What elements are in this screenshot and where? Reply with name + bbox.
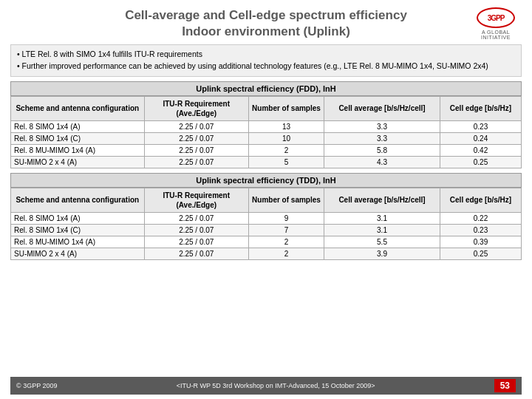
tdd-cell-0-4: 0.22 [440,212,522,224]
fdd-cell-1-4: 0.24 [440,132,522,144]
fdd-cell-2-1: 2.25 / 0.07 [144,144,248,156]
fdd-header-edge: Cell edge [b/s/Hz] [440,96,522,120]
table-row: Rel. 8 SIMO 1x4 (C)2.25 / 0.0773.10.23 [11,224,522,236]
fdd-cell-3-4: 0.25 [440,156,522,168]
tdd-cell-0-3: 3.1 [324,212,440,224]
table-row: SU-MIMO 2 x 4 (A)2.25 / 0.0754.30.25 [11,156,522,168]
tdd-section: Uplink spectral efficiency (TDD), InH Sc… [10,173,522,260]
title-line1: Cell-average and Cell-edge spectrum effi… [125,8,407,22]
tdd-cell-1-4: 0.23 [440,224,522,236]
header: Cell-average and Cell-edge spectrum effi… [10,7,522,40]
fdd-cell-2-0: Rel. 8 MU-MIMO 1x4 (A) [11,144,145,156]
bullet-1: • LTE Rel. 8 with SIMO 1x4 fulfills ITU-… [17,49,515,61]
table-row: SU-MIMO 2 x 4 (A)2.25 / 0.0723.90.25 [11,248,522,259]
fdd-cell-0-4: 0.23 [440,120,522,132]
fdd-header-avg: Cell average [b/s/Hz/cell] [324,96,440,120]
logo-subtitle: A GLOBAL INITIATIVE [470,30,522,40]
bullet-box: • LTE Rel. 8 with SIMO 1x4 fulfills ITU-… [10,44,522,77]
footer-event: <ITU-R WP 5D 3rd Workshop on IMT-Advance… [177,382,375,389]
tdd-cell-3-4: 0.25 [440,248,522,259]
tdd-cell-3-0: SU-MIMO 2 x 4 (A) [11,248,145,259]
footer: © 3GPP 2009 <ITU-R WP 5D 3rd Workshop on… [10,377,522,395]
fdd-header-scheme: Scheme and antenna configuration [11,96,145,120]
fdd-cell-1-3: 3.3 [324,132,440,144]
tdd-cell-3-1: 2.25 / 0.07 [144,248,248,259]
tdd-cell-1-3: 3.1 [324,224,440,236]
title-line2: Indoor environment (Uplink) [182,24,350,38]
tdd-header-edge: Cell edge [b/s/Hz] [440,188,522,212]
bullet-2: • Further improved performance can be ac… [17,61,515,72]
fdd-cell-2-4: 0.42 [440,144,522,156]
fdd-cell-0-0: Rel. 8 SIMO 1x4 (A) [11,120,145,132]
tdd-cell-1-2: 7 [248,224,324,236]
tdd-cell-2-3: 5.5 [324,236,440,248]
fdd-cell-0-1: 2.25 / 0.07 [144,120,248,132]
footer-copyright: © 3GPP 2009 [16,382,58,389]
tdd-cell-3-3: 3.9 [324,248,440,259]
fdd-cell-2-2: 2 [248,144,324,156]
fdd-section: Uplink spectral efficiency (FDD), InH Sc… [10,81,522,168]
table-row: Rel. 8 SIMO 1x4 (C)2.25 / 0.07103.30.24 [11,132,522,144]
fdd-cell-0-2: 13 [248,120,324,132]
tdd-cell-2-2: 2 [248,236,324,248]
fdd-cell-0-3: 3.3 [324,120,440,132]
tdd-cell-0-2: 9 [248,212,324,224]
fdd-cell-3-0: SU-MIMO 2 x 4 (A) [11,156,145,168]
fdd-table-title: Uplink spectral efficiency (FDD), InH [10,81,522,96]
fdd-cell-3-2: 5 [248,156,324,168]
table-row: Rel. 8 SIMO 1x4 (A)2.25 / 0.0793.10.22 [11,212,522,224]
table-row: Rel. 8 MU-MIMO 1x4 (A)2.25 / 0.0725.80.4… [11,144,522,156]
tdd-cell-2-4: 0.39 [440,236,522,248]
tdd-header-scheme: Scheme and antenna configuration [11,188,145,212]
tdd-table-title: Uplink spectral efficiency (TDD), InH [10,173,522,188]
tdd-header-samples: Number of samples [248,188,324,212]
fdd-header-samples: Number of samples [248,96,324,120]
tdd-cell-0-1: 2.25 / 0.07 [144,212,248,224]
tdd-cell-1-1: 2.25 / 0.07 [144,224,248,236]
tdd-header-avg: Cell average [b/s/Hz/cell] [324,188,440,212]
logo-circle: 3GPP [477,7,515,28]
fdd-cell-3-3: 4.3 [324,156,440,168]
fdd-cell-1-1: 2.25 / 0.07 [144,132,248,144]
table-row: Rel. 8 MU-MIMO 1x4 (A)2.25 / 0.0725.50.3… [11,236,522,248]
logo-text: 3GPP [488,14,505,22]
logo: 3GPP A GLOBAL INITIATIVE [470,7,522,40]
table-row: Rel. 8 SIMO 1x4 (A)2.25 / 0.07133.30.23 [11,120,522,132]
fdd-cell-2-3: 5.8 [324,144,440,156]
page: Cell-average and Cell-edge spectrum effi… [0,0,532,399]
fdd-cell-3-1: 2.25 / 0.07 [144,156,248,168]
fdd-table: Scheme and antenna configuration ITU-R R… [10,96,522,168]
footer-page-number: 53 [494,379,516,392]
tdd-cell-0-0: Rel. 8 SIMO 1x4 (A) [11,212,145,224]
tdd-cell-3-2: 2 [248,248,324,259]
tdd-cell-2-0: Rel. 8 MU-MIMO 1x4 (A) [11,236,145,248]
fdd-header-itu: ITU-R Requirement (Ave./Edge) [144,96,248,120]
tdd-header-itu: ITU-R Requirement (Ave./Edge) [144,188,248,212]
fdd-cell-1-2: 10 [248,132,324,144]
tdd-cell-2-1: 2.25 / 0.07 [144,236,248,248]
fdd-cell-1-0: Rel. 8 SIMO 1x4 (C) [11,132,145,144]
tdd-cell-1-0: Rel. 8 SIMO 1x4 (C) [11,224,145,236]
tdd-table: Scheme and antenna configuration ITU-R R… [10,188,522,260]
page-title: Cell-average and Cell-edge spectrum effi… [62,7,470,40]
